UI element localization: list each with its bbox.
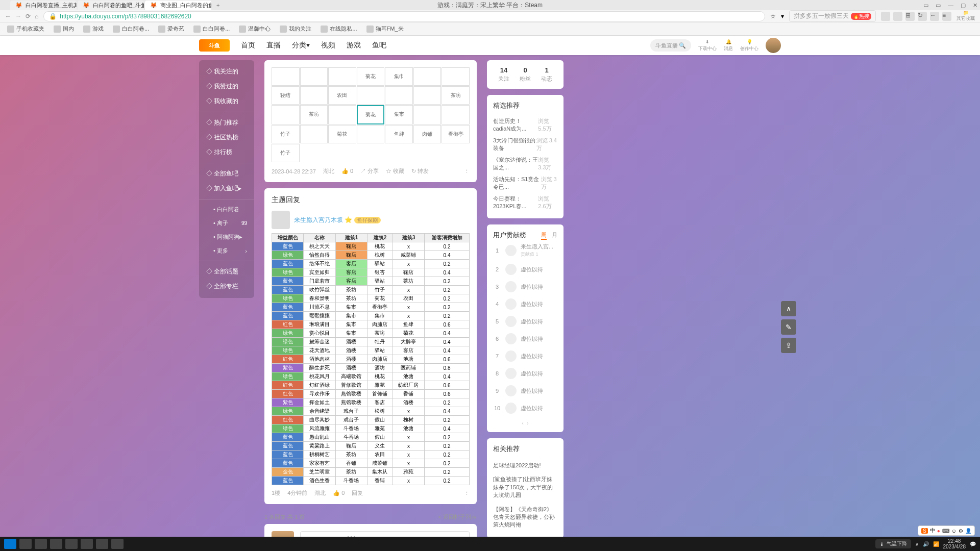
bookmark-item[interactable]: 在线隐私... [321, 25, 357, 33]
ext-icon[interactable] [893, 12, 902, 21]
related-item[interactable]: 【阿卷】《天命奇御2》包青天怒砸异教徒，公孙策火烧同袍 [493, 503, 557, 532]
sidebar-item[interactable]: ◇ 我赞过的 [199, 79, 254, 94]
rank-row[interactable]: 10虚位以待 [493, 399, 557, 417]
related-item[interactable]: [鲨鱼被揍了]让西班牙妹妹杀了150次，大半夜的太坑幼儿园 [493, 472, 557, 502]
bookmark-item[interactable]: 游戏 [83, 25, 104, 33]
download-center[interactable]: ⬇下载中心 [698, 39, 717, 52]
more-icon[interactable]: ⋮ [464, 168, 470, 174]
sidebar-item[interactable]: • 阿猫阿狗▸ [199, 230, 254, 244]
task-icon[interactable] [111, 539, 124, 549]
share-button[interactable]: ↗ 分享 [360, 167, 379, 175]
ime-toolbar[interactable]: S中●⌨☺⚙👤 [918, 525, 975, 536]
sidebar-item[interactable]: ◇ 我收藏的 [199, 94, 254, 109]
like-button[interactable]: 👍 0 [341, 168, 353, 174]
start-button[interactable] [4, 539, 16, 549]
rank-row[interactable]: 6虚位以待 [493, 330, 557, 347]
bookmark-item[interactable]: 白白阿卷... [193, 25, 230, 33]
nav-video[interactable]: 视频 [321, 41, 335, 50]
bookmark-item[interactable]: 手机收藏夹 [7, 25, 44, 33]
hot-item[interactable]: 活动先知：S1赏金令已...浏览 3万 [493, 173, 557, 193]
bookmark-item[interactable]: 白白阿卷... [113, 25, 149, 33]
scroll-top-button[interactable]: ∧ [781, 301, 796, 316]
rank-row[interactable]: 8虚位以待 [493, 365, 557, 382]
sidebar-item[interactable]: ◇ 加入鱼吧▸ [199, 181, 254, 196]
sidebar-item[interactable]: ◇ 全部专栏 [199, 279, 254, 294]
share-float-button[interactable]: ⇪ [781, 338, 796, 353]
rank-row[interactable]: 5虚位以待 [493, 313, 557, 330]
star-icon[interactable]: ☆ [770, 13, 776, 20]
new-tab-button[interactable]: + [212, 2, 224, 8]
bookmark-item[interactable]: 我的关注 [280, 25, 311, 33]
nav-category[interactable]: 分类▾ [292, 41, 310, 50]
rank-row[interactable]: 9虚位以待 [493, 382, 557, 399]
tray-icon[interactable]: 📶 [933, 541, 939, 547]
ext-icon[interactable]: ↻ [918, 12, 927, 21]
task-icon[interactable] [81, 539, 93, 549]
like-button[interactable]: 👍 0 [333, 490, 345, 496]
reply-avatar[interactable] [272, 211, 290, 229]
edit-button[interactable]: ✎ [781, 319, 796, 335]
user-avatar[interactable] [766, 38, 781, 53]
nav-game[interactable]: 游戏 [347, 41, 361, 50]
nav-yuba[interactable]: 鱼吧 [372, 41, 386, 50]
sidebar-item[interactable]: ◇ 全部鱼吧 [199, 166, 254, 181]
rank-row[interactable]: 4虚位以待 [493, 295, 557, 313]
forward-button[interactable]: ↻ 转发 [411, 167, 429, 175]
sidebar-item[interactable]: • 离子99 [199, 216, 254, 230]
window-button[interactable]: ▭ [936, 2, 941, 9]
site-search[interactable]: 斗鱼直播🔍 [650, 39, 691, 52]
messages[interactable]: 🔔消息 [724, 39, 733, 52]
sidebar-item[interactable]: ◇ 我关注的 [199, 64, 254, 79]
browser-search[interactable]: 拼多多五一放假三天 🔥热搜 [789, 10, 876, 22]
rank-tab-month[interactable]: 月 [552, 231, 557, 240]
home-button[interactable]: ⌂ [35, 13, 38, 20]
close-button[interactable]: ✕ [973, 2, 977, 9]
creator-center[interactable]: 💡创作中心 [740, 39, 758, 52]
forward-button[interactable]: → [15, 13, 21, 20]
hot-item[interactable]: 创造历史！cadiaN成为...浏览 5.5万 [493, 115, 557, 135]
fav-button[interactable]: ☆ 收藏 [386, 167, 404, 175]
ext-icon[interactable]: ⊞ [905, 12, 915, 21]
bookmark-item[interactable]: 猫耳FM_来 [366, 25, 404, 33]
bookmark-item[interactable]: 国内 [54, 25, 74, 33]
sidebar-item[interactable]: • 白白阿卷 [199, 203, 254, 216]
task-icon[interactable] [96, 539, 108, 549]
bookmark-item[interactable]: 爱奇艺 [158, 25, 184, 33]
browser-tab-active[interactable]: 🦊商业图_白白阿卷的鱼吧_斗鱼× [145, 1, 211, 10]
task-icon[interactable] [50, 539, 62, 549]
rank-tab-week[interactable]: 周 [541, 231, 547, 240]
rank-row[interactable]: 7虚位以待 [493, 347, 557, 365]
reload-button[interactable]: ⟳ [26, 13, 31, 20]
window-button[interactable]: ▭ [923, 2, 928, 9]
bookmark-item[interactable]: 温馨中心 [239, 25, 271, 33]
browser-tab[interactable]: 🦊白白阿卷直播_主机其他游...× [10, 1, 77, 10]
back-to-list[interactable]: < 返回帖子列表 [438, 513, 477, 521]
notification-icon[interactable]: 💬 [970, 541, 976, 547]
bookmark-sidebar-toggle[interactable]: 📁其它收藏 [957, 10, 975, 22]
hot-item[interactable]: 3大冷门很强很的装备浏览 3.4万 [493, 135, 557, 154]
reply-username[interactable]: 来生愿入宫乃木坂 [294, 216, 343, 223]
browser-tab[interactable]: 🦊白白阿卷的鱼吧_斗鱼鱼吧× [78, 1, 144, 10]
maximize-button[interactable]: ▢ [961, 2, 966, 9]
system-clock[interactable]: 22:482023/4/28 [943, 538, 966, 549]
rank-row[interactable]: 3虚位以待 [493, 278, 557, 295]
tray-icon[interactable]: ∧ [915, 541, 919, 547]
sidebar-item[interactable]: • 更多› [199, 244, 254, 258]
url-input[interactable]: 🔒 https://yuba.douyu.com/p/8378980316826… [43, 11, 765, 21]
site-logo[interactable]: 斗鱼 [199, 39, 230, 52]
rank-row[interactable]: 2虚位以待 [493, 261, 557, 278]
ext-icon[interactable]: ← [930, 12, 939, 21]
menu-icon[interactable]: ▾ [781, 13, 784, 20]
reply-button[interactable]: 回复 [352, 489, 363, 497]
ext-icon[interactable]: ≡ [942, 12, 951, 21]
next-page[interactable]: › [527, 420, 529, 426]
sidebar-item[interactable]: ◇ 热门推荐 [199, 115, 254, 130]
task-icon[interactable] [19, 539, 32, 549]
nav-live[interactable]: 直播 [266, 41, 281, 50]
more-icon[interactable]: ⋮ [464, 490, 470, 496]
task-icon[interactable] [35, 539, 47, 549]
task-icon[interactable] [65, 539, 78, 549]
hot-item[interactable]: 今日赛程：2023KPL春...浏览 2.6万 [493, 193, 557, 212]
sidebar-item[interactable]: ◇ 排行榜 [199, 145, 254, 160]
ext-icon[interactable] [881, 12, 890, 21]
